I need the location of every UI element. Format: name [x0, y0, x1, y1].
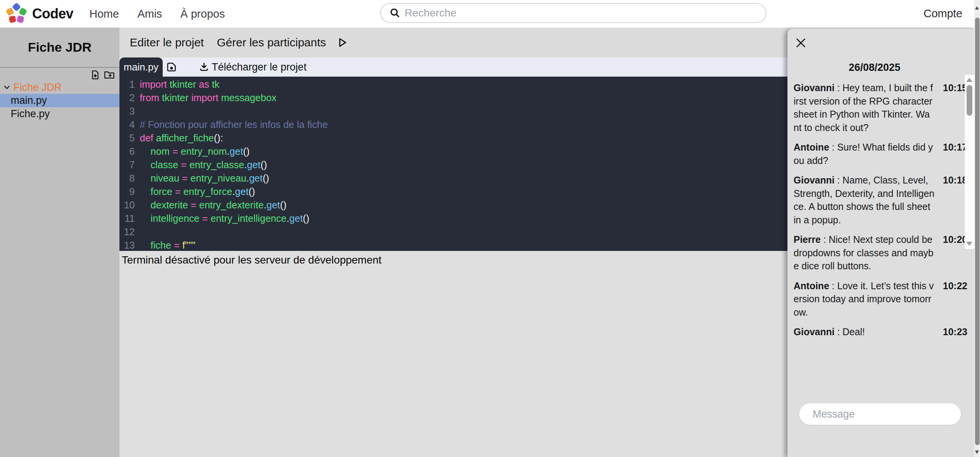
chat-date: 26/08/2025	[787, 62, 962, 74]
tab-main-py[interactable]: main.py	[119, 57, 163, 77]
message-author: Pierre	[794, 234, 821, 245]
chat-panel: 26/08/2025 Giovanni : Hey team, I built …	[787, 29, 974, 457]
chat-scroll-up-arrow[interactable]	[966, 78, 972, 82]
project-title: Fiche JDR	[0, 40, 119, 55]
brand[interactable]: Codev	[5, 3, 74, 25]
page-scrollbar-thumb[interactable]	[975, 18, 980, 445]
navbar: Codev Home Amis À propos Compte	[0, 0, 980, 28]
chat-scrollbar	[965, 75, 974, 249]
search-input[interactable]	[404, 7, 735, 20]
message-time: 10:17	[943, 141, 967, 154]
line-number: 4	[119, 118, 135, 131]
codev-logo-icon	[5, 3, 28, 25]
chat-messages: Giovanni : Hey team, I built the first v…	[794, 81, 962, 339]
add-file-icon[interactable]	[90, 70, 100, 80]
message-time: 10:20	[943, 233, 967, 246]
chat-message: Antoine : Love it. Let’s test this versi…	[794, 279, 962, 319]
line-number: 11	[119, 212, 135, 225]
chat-message: Giovanni : Name, Class, Level, Strength,…	[794, 174, 962, 226]
code-text: intelligence = entry_intelligence.get()	[140, 212, 309, 225]
save-icon[interactable]	[166, 62, 177, 72]
message-time: 10:15	[943, 81, 967, 95]
code-text: def afficher_fiche():	[140, 131, 223, 145]
sidebar: Fiche JDR Fiche JDR main.py Fiche.py	[0, 28, 119, 457]
page-scroll-up-arrow[interactable]	[975, 6, 979, 10]
nav-link-home[interactable]: Home	[90, 8, 119, 20]
line-number: 6	[119, 145, 135, 158]
download-label: Télécharger le projet	[212, 61, 307, 73]
line-number: 9	[119, 185, 135, 198]
nav-link-a-propos[interactable]: À propos	[180, 8, 225, 20]
page-scrollbar	[974, 0, 980, 457]
line-number: 3	[119, 105, 135, 118]
tree-file-fiche-py[interactable]: Fiche.py	[0, 107, 119, 121]
line-number: 8	[119, 172, 135, 185]
edit-project-link[interactable]: Editer le projet	[130, 36, 204, 49]
code-text: # Fonction pour afficher les infos de la…	[140, 118, 328, 131]
chat-message: Pierre : Nice! Next step could be dropdo…	[794, 233, 962, 273]
tree-folder-label: Fiche JDR	[13, 82, 62, 93]
message-author: Giovanni	[794, 326, 835, 337]
chat-input-pill	[799, 403, 961, 425]
page-scroll-down-arrow[interactable]	[975, 450, 979, 454]
manage-participants-link[interactable]: Gérer les participants	[217, 36, 326, 49]
line-number: 12	[119, 225, 135, 239]
run-project-button[interactable]	[337, 37, 348, 48]
nav-links: Home Amis À propos	[90, 8, 225, 20]
download-project-button[interactable]: Télécharger le projet	[199, 61, 307, 73]
tree-folder-fiche-jdr[interactable]: Fiche JDR	[0, 81, 119, 94]
line-number: 7	[119, 158, 135, 172]
code-text: force = entry_force.get()	[140, 185, 255, 198]
line-number: 13	[119, 239, 135, 251]
code-text: from tkinter import messagebox	[140, 91, 276, 105]
line-number: 2	[119, 91, 135, 105]
chevron-down-icon	[3, 84, 11, 91]
chat-scrollbar-thumb[interactable]	[967, 85, 972, 116]
message-time: 10:22	[943, 279, 967, 293]
line-number: 1	[119, 78, 135, 91]
code-text: fiche = f"""	[140, 239, 196, 251]
download-icon	[199, 62, 209, 72]
search-bar[interactable]	[380, 3, 766, 23]
code-text: niveau = entry_niveau.get()	[140, 172, 269, 185]
nav-link-amis[interactable]: Amis	[137, 8, 162, 20]
line-number: 10	[119, 198, 135, 212]
code-text: nom = entry_nom.get()	[140, 145, 250, 158]
message-author: Giovanni	[794, 82, 835, 93]
account-link[interactable]: Compte	[923, 7, 962, 20]
message-time: 10:23	[943, 325, 967, 339]
chat-message: Giovanni : Hey team, I built the first v…	[794, 81, 962, 134]
line-number: 5	[119, 131, 135, 145]
close-icon[interactable]	[795, 37, 807, 49]
add-folder-icon[interactable]	[104, 70, 115, 80]
message-author: Antoine	[794, 142, 829, 152]
tree-file-main-py[interactable]: main.py	[0, 94, 119, 107]
code-text: classe = entry_classe.get()	[140, 158, 267, 172]
search-icon	[389, 7, 401, 19]
message-time: 10:18	[943, 174, 967, 187]
code-text: import tkinter as tk	[140, 78, 219, 91]
file-actions	[0, 68, 119, 80]
brand-name: Codev	[32, 6, 74, 22]
chat-scroll-down-arrow[interactable]	[966, 242, 972, 246]
chat-message: Giovanni : Deal!10:23	[794, 325, 962, 339]
chat-message: Antoine : Sure! What fields did you add?…	[794, 141, 962, 167]
message-text: : Deal!	[835, 326, 865, 337]
message-author: Giovanni	[794, 175, 835, 185]
message-author: Antoine	[794, 280, 829, 291]
code-text: dexterite = entry_dexterite.get()	[140, 198, 286, 212]
message-input[interactable]	[812, 408, 951, 421]
